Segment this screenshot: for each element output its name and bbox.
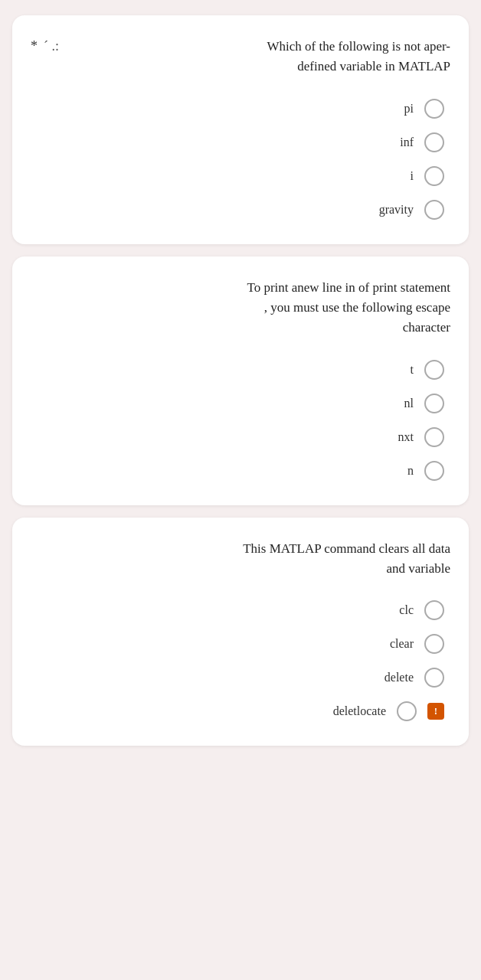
- option-gravity[interactable]: gravity: [379, 200, 444, 220]
- question-text-3: This MATLAP command clears all dataand v…: [31, 539, 450, 580]
- question-text-1: Which of the following is not aper-defin…: [65, 37, 450, 77]
- question-card-3: This MATLAP command clears all dataand v…: [12, 518, 469, 746]
- radio-clc[interactable]: [424, 600, 444, 620]
- options-list-1: pi inf i gravity: [31, 99, 450, 220]
- exclamation-badge: !: [427, 703, 444, 720]
- radio-pi[interactable]: [424, 99, 444, 119]
- radio-nl[interactable]: [424, 394, 444, 413]
- option-label-inf: inf: [400, 136, 414, 149]
- question-header-2: To print anew line in of print statement…: [31, 278, 450, 338]
- radio-delete[interactable]: [424, 668, 444, 688]
- question-header-3: This MATLAP command clears all dataand v…: [31, 539, 450, 580]
- radio-inf[interactable]: [424, 132, 444, 152]
- option-inf[interactable]: inf: [400, 132, 444, 152]
- option-t[interactable]: t: [411, 360, 444, 380]
- radio-n[interactable]: [424, 461, 444, 481]
- radio-i[interactable]: [424, 166, 444, 186]
- options-list-2: t nl nxt n: [31, 360, 450, 481]
- option-nxt[interactable]: nxt: [398, 427, 444, 447]
- radio-t[interactable]: [424, 360, 444, 380]
- option-deletlocate[interactable]: deletlocate !: [333, 701, 444, 721]
- question-header-1: * ´ .: Which of the following is not ape…: [31, 37, 450, 77]
- option-clear[interactable]: clear: [390, 634, 444, 654]
- option-pi[interactable]: pi: [404, 99, 444, 119]
- option-label-i: i: [411, 169, 414, 183]
- option-i[interactable]: i: [411, 166, 444, 186]
- option-n[interactable]: n: [407, 461, 444, 481]
- radio-gravity[interactable]: [424, 200, 444, 220]
- option-label-pi: pi: [404, 102, 414, 116]
- option-label-n: n: [407, 464, 414, 478]
- option-label-nl: nl: [404, 397, 414, 410]
- radio-nxt[interactable]: [424, 427, 444, 447]
- question-star: *: [31, 38, 38, 54]
- option-label-t: t: [411, 363, 414, 377]
- radio-deletlocate[interactable]: [397, 701, 417, 721]
- option-clc[interactable]: clc: [399, 600, 444, 620]
- option-nl[interactable]: nl: [404, 394, 444, 413]
- question-card-2: To print anew line in of print statement…: [12, 256, 469, 505]
- option-delete[interactable]: delete: [384, 668, 444, 688]
- option-label-deletlocate: deletlocate: [333, 704, 386, 718]
- question-card-1: * ´ .: Which of the following is not ape…: [12, 15, 469, 244]
- question-text-2: To print anew line in of print statement…: [31, 278, 450, 338]
- option-label-nxt: nxt: [398, 430, 414, 444]
- option-label-delete: delete: [384, 671, 414, 684]
- option-label-gravity: gravity: [379, 203, 414, 217]
- question-marker: ´ .:: [44, 38, 59, 54]
- option-label-clear: clear: [390, 637, 414, 651]
- option-label-clc: clc: [399, 603, 414, 617]
- options-list-3: clc clear delete deletlocate !: [31, 600, 450, 721]
- radio-clear[interactable]: [424, 634, 444, 654]
